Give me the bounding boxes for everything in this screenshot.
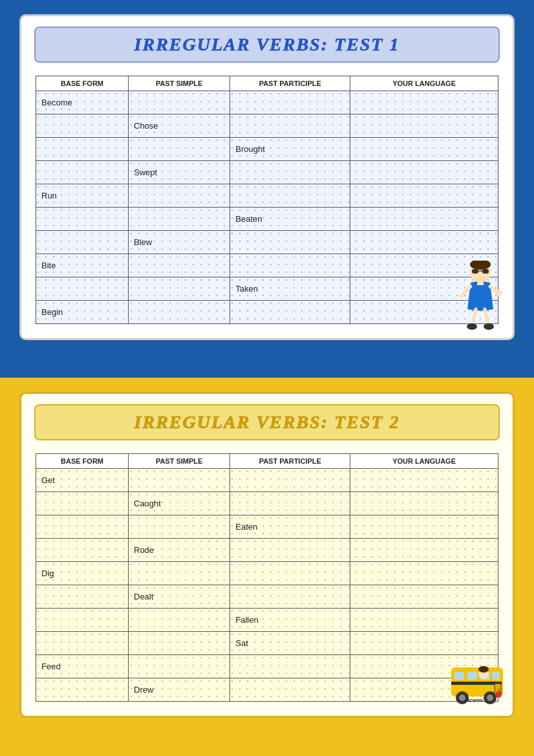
- table-cell: [230, 161, 350, 184]
- col-base-form-2: BASE FORM: [36, 454, 129, 469]
- table-cell: Bite: [36, 254, 129, 277]
- table-row: Dig: [36, 562, 498, 585]
- table-cell: Dig: [36, 562, 129, 585]
- table-cell: [230, 114, 350, 138]
- table-cell: [230, 562, 350, 585]
- table-cell: [129, 138, 230, 161]
- table-row: Beaten: [36, 208, 498, 231]
- table-row: Feed: [36, 655, 498, 678]
- section-bottom: IRREGULAR VERBS: TEST 2 BASE FORM PAST S…: [0, 378, 534, 756]
- table-cell: [36, 585, 129, 609]
- col-past-participle-2: PAST PARTICIPLE: [230, 454, 350, 469]
- table-cell: [36, 114, 129, 138]
- verb-table-test1: BASE FORM PAST SIMPLE PAST PARTICIPLE YO…: [36, 76, 498, 324]
- table-row: Rode: [36, 539, 498, 562]
- table-cell: [230, 492, 350, 515]
- table-cell: Fallen: [230, 609, 350, 632]
- table-cell: [350, 184, 498, 208]
- table-cell: [350, 469, 498, 492]
- svg-rect-12: [477, 280, 484, 285]
- table-row: Become: [36, 91, 498, 114]
- svg-point-28: [495, 691, 502, 698]
- svg-rect-18: [492, 672, 500, 680]
- table-cell: Dealt: [129, 585, 230, 609]
- table-cell: [230, 301, 350, 324]
- table-cell: [230, 469, 350, 492]
- table-row: Swept: [36, 161, 498, 184]
- svg-point-21: [459, 695, 465, 701]
- table-cell: [36, 678, 129, 702]
- table-row: Get: [36, 469, 498, 492]
- table-row: Fallen: [36, 609, 498, 632]
- table-header-row-2: BASE FORM PAST SIMPLE PAST PARTICIPLE YO…: [36, 454, 498, 469]
- table-row: Chose: [36, 114, 498, 138]
- table-cell: [36, 208, 129, 231]
- svg-point-7: [495, 290, 502, 296]
- table-cell: [129, 655, 230, 678]
- table-cell: [230, 655, 350, 678]
- col-your-language-1: YOUR LANGUAGE: [350, 76, 498, 91]
- table-row: Dealt: [36, 585, 498, 609]
- table-cell: [129, 469, 230, 492]
- table-cell: [129, 609, 230, 632]
- table-cell: [129, 632, 230, 655]
- svg-rect-1: [472, 269, 478, 274]
- svg-point-10: [467, 323, 477, 330]
- table-cell: [36, 138, 129, 161]
- test2-title: IRREGULAR VERBS: TEST 2: [134, 412, 400, 432]
- table-cell: Sat: [230, 632, 350, 655]
- table-row: Taken: [36, 277, 498, 301]
- table-cell: Beaten: [230, 208, 350, 231]
- table-cell: [230, 585, 350, 609]
- table-cell: Run: [36, 184, 129, 208]
- table-cell: Feed: [36, 655, 129, 678]
- table-cell: [350, 539, 498, 562]
- table-header-row: BASE FORM PAST SIMPLE PAST PARTICIPLE YO…: [36, 76, 498, 91]
- svg-rect-15: [454, 672, 464, 680]
- bus-character: SCHOOL: [448, 654, 509, 713]
- table-cell: [230, 91, 350, 114]
- table-cell: [350, 161, 498, 184]
- table-cell: [230, 539, 350, 562]
- girl-character: [454, 261, 506, 332]
- col-base-form-1: BASE FORM: [36, 76, 129, 91]
- table-cell: [129, 562, 230, 585]
- section-top: IRREGULAR VERBS: TEST 1 BASE FORM PAST S…: [0, 0, 534, 378]
- table-cell: Taken: [230, 277, 350, 301]
- table-cell: [350, 91, 498, 114]
- table-cell: [350, 585, 498, 609]
- table-row: Eaten: [36, 515, 498, 539]
- card-bottom: IRREGULAR VERBS: TEST 2 BASE FORM PAST S…: [19, 392, 515, 718]
- table-cell: [129, 515, 230, 539]
- table-cell: [36, 515, 129, 539]
- table-cell: [350, 609, 498, 632]
- table-cell: Blew: [129, 231, 230, 254]
- col-past-simple-1: PAST SIMPLE: [129, 76, 230, 91]
- table-cell: [36, 161, 129, 184]
- table-cell: [350, 515, 498, 539]
- table-cell: [230, 254, 350, 277]
- table-cell: [36, 632, 129, 655]
- table-cell: Eaten: [230, 515, 350, 539]
- table-cell: [129, 91, 230, 114]
- table-wrapper-bottom: BASE FORM PAST SIMPLE PAST PARTICIPLE YO…: [34, 452, 500, 703]
- svg-rect-19: [451, 682, 502, 685]
- table-row: Caught: [36, 492, 498, 515]
- svg-rect-2: [482, 269, 489, 274]
- table-cell: Swept: [129, 161, 230, 184]
- svg-line-29: [498, 689, 499, 691]
- table-cell: [230, 678, 350, 702]
- table-cell: [350, 208, 498, 231]
- card-top: IRREGULAR VERBS: TEST 1 BASE FORM PAST S…: [19, 14, 515, 340]
- table-cell: [350, 562, 498, 585]
- table-row: Blew: [36, 231, 498, 254]
- svg-rect-16: [467, 672, 477, 680]
- table-cell: [36, 539, 129, 562]
- table-cell: Drew: [129, 678, 230, 702]
- table-cell: [129, 301, 230, 324]
- table-cell: [36, 492, 129, 515]
- table-wrapper-top: BASE FORM PAST SIMPLE PAST PARTICIPLE YO…: [34, 74, 500, 325]
- table-cell: [36, 231, 129, 254]
- table-cell: [350, 632, 498, 655]
- svg-point-27: [478, 666, 489, 673]
